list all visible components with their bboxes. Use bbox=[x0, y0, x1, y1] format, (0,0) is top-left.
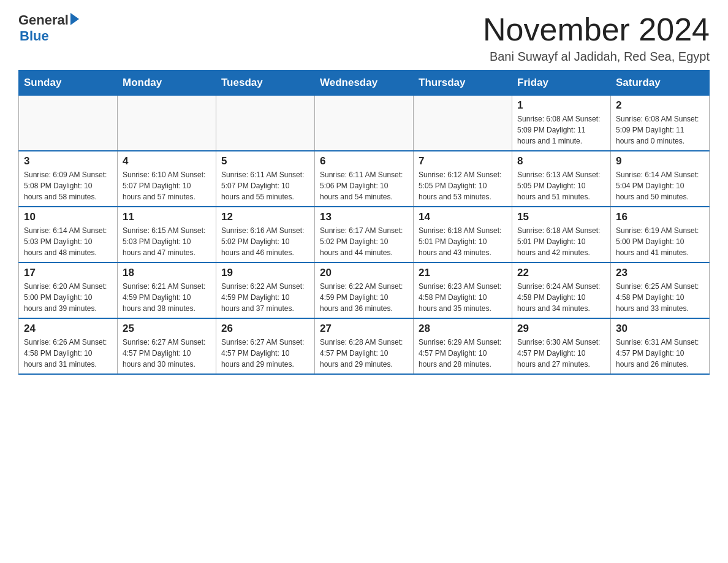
day-info: Sunrise: 6:30 AM Sunset: 4:57 PM Dayligh… bbox=[517, 337, 605, 370]
day-number: 18 bbox=[123, 267, 211, 279]
col-tuesday: Tuesday bbox=[216, 71, 315, 96]
calendar-cell: 22Sunrise: 6:24 AM Sunset: 4:58 PM Dayli… bbox=[512, 262, 611, 318]
calendar-cell: 3Sunrise: 6:09 AM Sunset: 5:08 PM Daylig… bbox=[19, 151, 118, 207]
calendar-cell: 15Sunrise: 6:18 AM Sunset: 5:01 PM Dayli… bbox=[512, 207, 611, 262]
calendar-cell bbox=[19, 96, 118, 151]
col-wednesday: Wednesday bbox=[315, 71, 414, 96]
day-number: 4 bbox=[123, 155, 211, 167]
day-info: Sunrise: 6:11 AM Sunset: 5:07 PM Dayligh… bbox=[221, 169, 309, 202]
calendar-cell bbox=[315, 96, 414, 151]
day-info: Sunrise: 6:12 AM Sunset: 5:05 PM Dayligh… bbox=[419, 169, 507, 202]
calendar-cell: 24Sunrise: 6:26 AM Sunset: 4:58 PM Dayli… bbox=[19, 318, 118, 374]
day-number: 25 bbox=[123, 323, 211, 335]
calendar-cell: 13Sunrise: 6:17 AM Sunset: 5:02 PM Dayli… bbox=[315, 207, 414, 262]
page-header: General Blue November 2024 Bani Suwayf a… bbox=[18, 12, 710, 64]
day-info: Sunrise: 6:08 AM Sunset: 5:09 PM Dayligh… bbox=[616, 113, 704, 147]
day-number: 6 bbox=[320, 155, 408, 167]
calendar-cell: 29Sunrise: 6:30 AM Sunset: 4:57 PM Dayli… bbox=[512, 318, 611, 374]
day-info: Sunrise: 6:22 AM Sunset: 4:59 PM Dayligh… bbox=[320, 281, 408, 314]
day-info: Sunrise: 6:19 AM Sunset: 5:00 PM Dayligh… bbox=[616, 225, 704, 258]
day-info: Sunrise: 6:17 AM Sunset: 5:02 PM Dayligh… bbox=[320, 225, 408, 258]
col-friday: Friday bbox=[512, 71, 611, 96]
calendar-cell: 10Sunrise: 6:14 AM Sunset: 5:03 PM Dayli… bbox=[19, 207, 118, 262]
day-number: 12 bbox=[221, 211, 309, 223]
calendar-cell: 26Sunrise: 6:27 AM Sunset: 4:57 PM Dayli… bbox=[216, 318, 315, 374]
calendar-cell: 20Sunrise: 6:22 AM Sunset: 4:59 PM Dayli… bbox=[315, 262, 414, 318]
col-thursday: Thursday bbox=[414, 71, 512, 96]
calendar-cell bbox=[216, 96, 315, 151]
day-info: Sunrise: 6:10 AM Sunset: 5:07 PM Dayligh… bbox=[123, 169, 211, 202]
day-info: Sunrise: 6:27 AM Sunset: 4:57 PM Dayligh… bbox=[221, 337, 309, 370]
day-info: Sunrise: 6:18 AM Sunset: 5:01 PM Dayligh… bbox=[517, 225, 605, 258]
calendar-cell: 12Sunrise: 6:16 AM Sunset: 5:02 PM Dayli… bbox=[216, 207, 315, 262]
calendar-cell: 19Sunrise: 6:22 AM Sunset: 4:59 PM Dayli… bbox=[216, 262, 315, 318]
day-number: 19 bbox=[221, 267, 309, 279]
day-number: 11 bbox=[123, 211, 211, 223]
day-number: 22 bbox=[517, 267, 605, 279]
calendar-cell: 18Sunrise: 6:21 AM Sunset: 4:59 PM Dayli… bbox=[118, 262, 216, 318]
day-info: Sunrise: 6:22 AM Sunset: 4:59 PM Dayligh… bbox=[221, 281, 309, 314]
col-saturday: Saturday bbox=[611, 71, 710, 96]
day-number: 1 bbox=[517, 99, 605, 112]
calendar-cell: 7Sunrise: 6:12 AM Sunset: 5:05 PM Daylig… bbox=[414, 151, 512, 207]
calendar-cell: 25Sunrise: 6:27 AM Sunset: 4:57 PM Dayli… bbox=[118, 318, 216, 374]
col-monday: Monday bbox=[118, 71, 216, 96]
day-number: 8 bbox=[517, 155, 605, 167]
day-info: Sunrise: 6:23 AM Sunset: 4:58 PM Dayligh… bbox=[419, 281, 507, 314]
calendar-cell: 11Sunrise: 6:15 AM Sunset: 5:03 PM Dayli… bbox=[118, 207, 216, 262]
day-number: 23 bbox=[616, 267, 704, 279]
day-number: 3 bbox=[24, 155, 112, 167]
logo-blue-text: Blue bbox=[20, 28, 49, 44]
day-number: 10 bbox=[24, 211, 112, 223]
day-info: Sunrise: 6:25 AM Sunset: 4:58 PM Dayligh… bbox=[616, 281, 704, 314]
day-number: 27 bbox=[320, 323, 408, 335]
calendar-cell: 14Sunrise: 6:18 AM Sunset: 5:01 PM Dayli… bbox=[414, 207, 512, 262]
day-number: 26 bbox=[221, 323, 309, 335]
day-info: Sunrise: 6:28 AM Sunset: 4:57 PM Dayligh… bbox=[320, 337, 408, 370]
day-info: Sunrise: 6:27 AM Sunset: 4:57 PM Dayligh… bbox=[123, 337, 211, 370]
calendar-cell: 1Sunrise: 6:08 AM Sunset: 5:09 PM Daylig… bbox=[512, 96, 611, 151]
calendar-cell: 5Sunrise: 6:11 AM Sunset: 5:07 PM Daylig… bbox=[216, 151, 315, 207]
calendar-cell: 4Sunrise: 6:10 AM Sunset: 5:07 PM Daylig… bbox=[118, 151, 216, 207]
day-number: 13 bbox=[320, 211, 408, 223]
day-number: 5 bbox=[221, 155, 309, 167]
month-title: November 2024 bbox=[483, 12, 710, 47]
logo-general-text: General bbox=[18, 12, 69, 28]
day-number: 9 bbox=[616, 155, 704, 167]
calendar-week-row: 1Sunrise: 6:08 AM Sunset: 5:09 PM Daylig… bbox=[19, 96, 710, 151]
calendar-cell: 2Sunrise: 6:08 AM Sunset: 5:09 PM Daylig… bbox=[611, 96, 710, 151]
day-number: 16 bbox=[616, 211, 704, 223]
day-info: Sunrise: 6:21 AM Sunset: 4:59 PM Dayligh… bbox=[123, 281, 211, 314]
calendar-cell: 21Sunrise: 6:23 AM Sunset: 4:58 PM Dayli… bbox=[414, 262, 512, 318]
calendar-cell: 17Sunrise: 6:20 AM Sunset: 5:00 PM Dayli… bbox=[19, 262, 118, 318]
calendar-week-row: 24Sunrise: 6:26 AM Sunset: 4:58 PM Dayli… bbox=[19, 318, 710, 374]
calendar-cell bbox=[118, 96, 216, 151]
day-info: Sunrise: 6:14 AM Sunset: 5:03 PM Dayligh… bbox=[24, 225, 112, 258]
calendar-cell bbox=[414, 96, 512, 151]
calendar-header: Sunday Monday Tuesday Wednesday Thursday… bbox=[19, 71, 710, 96]
day-info: Sunrise: 6:31 AM Sunset: 4:57 PM Dayligh… bbox=[616, 337, 704, 370]
calendar-week-row: 17Sunrise: 6:20 AM Sunset: 5:00 PM Dayli… bbox=[19, 262, 710, 318]
calendar-cell: 16Sunrise: 6:19 AM Sunset: 5:00 PM Dayli… bbox=[611, 207, 710, 262]
day-info: Sunrise: 6:18 AM Sunset: 5:01 PM Dayligh… bbox=[419, 225, 507, 258]
header-row: Sunday Monday Tuesday Wednesday Thursday… bbox=[19, 71, 710, 96]
day-info: Sunrise: 6:09 AM Sunset: 5:08 PM Dayligh… bbox=[24, 169, 112, 202]
day-number: 20 bbox=[320, 267, 408, 279]
calendar-week-row: 10Sunrise: 6:14 AM Sunset: 5:03 PM Dayli… bbox=[19, 207, 710, 262]
location-title: Bani Suwayf al Jadidah, Red Sea, Egypt bbox=[483, 50, 710, 64]
calendar-cell: 6Sunrise: 6:11 AM Sunset: 5:06 PM Daylig… bbox=[315, 151, 414, 207]
col-sunday: Sunday bbox=[19, 71, 118, 96]
day-number: 17 bbox=[24, 267, 112, 279]
day-number: 21 bbox=[419, 267, 507, 279]
day-info: Sunrise: 6:26 AM Sunset: 4:58 PM Dayligh… bbox=[24, 337, 112, 370]
day-number: 14 bbox=[419, 211, 507, 223]
day-info: Sunrise: 6:29 AM Sunset: 4:57 PM Dayligh… bbox=[419, 337, 507, 370]
day-number: 15 bbox=[517, 211, 605, 223]
day-info: Sunrise: 6:24 AM Sunset: 4:58 PM Dayligh… bbox=[517, 281, 605, 314]
logo-arrow-icon bbox=[70, 13, 79, 25]
day-number: 24 bbox=[24, 323, 112, 335]
day-info: Sunrise: 6:14 AM Sunset: 5:04 PM Dayligh… bbox=[616, 169, 704, 202]
day-info: Sunrise: 6:15 AM Sunset: 5:03 PM Dayligh… bbox=[123, 225, 211, 258]
calendar-week-row: 3Sunrise: 6:09 AM Sunset: 5:08 PM Daylig… bbox=[19, 151, 710, 207]
day-info: Sunrise: 6:08 AM Sunset: 5:09 PM Dayligh… bbox=[517, 113, 605, 147]
